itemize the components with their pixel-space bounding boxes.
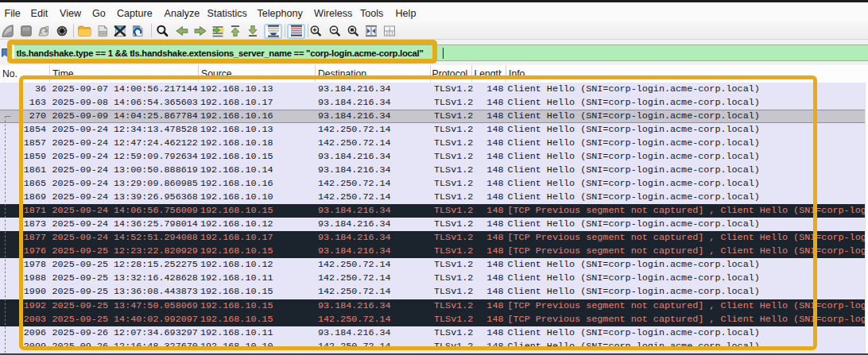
svg-text:2: 2 <box>386 32 388 36</box>
svg-text:010: 010 <box>100 32 105 35</box>
svg-text:1: 1 <box>388 27 390 31</box>
svg-text:3: 3 <box>391 32 393 36</box>
